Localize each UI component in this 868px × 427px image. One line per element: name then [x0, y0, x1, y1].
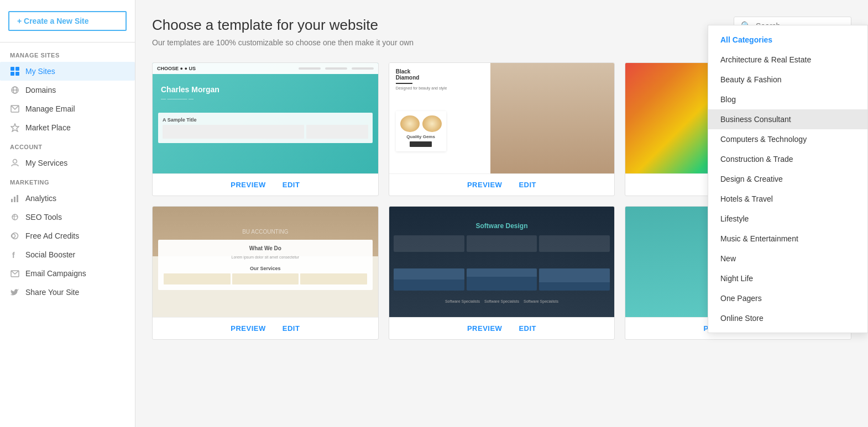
- sidebar-item-my-services-label: My Services: [25, 159, 67, 167]
- star-icon: [10, 123, 20, 133]
- category-item-architecture[interactable]: Architecture & Real Estate: [708, 50, 867, 70]
- svg-marker-8: [11, 124, 19, 131]
- category-item-hotels[interactable]: Hotels & Travel: [708, 189, 867, 209]
- template-card-1: CHOOSE ● ● US Charles Morgan — ———— — A …: [152, 62, 379, 196]
- account-label: ACCOUNT: [0, 137, 135, 154]
- person-icon: [10, 158, 20, 168]
- sidebar-item-my-services[interactable]: My Services: [0, 154, 135, 172]
- twitter-icon: [10, 287, 20, 297]
- template-1-actions: PREVIEW EDIT: [153, 173, 378, 196]
- sidebar-item-domains[interactable]: Domains: [0, 81, 135, 99]
- sidebar-item-manage-email-label: Manage Email: [25, 104, 75, 113]
- template-5-actions: PREVIEW EDIT: [389, 317, 615, 339]
- sidebar-item-market-place[interactable]: Market Place: [0, 118, 135, 137]
- svg-point-13: [12, 214, 18, 220]
- sidebar-item-market-place-label: Market Place: [25, 123, 71, 132]
- template-thumbnail-1: CHOOSE ● ● US Charles Morgan — ———— — A …: [153, 63, 378, 173]
- page-subtitle: Our templates are 100% customizable so c…: [152, 37, 414, 49]
- svg-rect-3: [15, 72, 19, 76]
- main-header-text: Choose a template for your website Our t…: [152, 17, 414, 49]
- sidebar-item-share-your-site[interactable]: Share Your Site: [0, 283, 135, 302]
- category-item-new[interactable]: New: [708, 249, 867, 268]
- category-item-beauty[interactable]: Beauty & Fashion: [708, 70, 867, 89]
- ad-credits-icon: [10, 231, 20, 241]
- category-item-construction[interactable]: Construction & Trade: [708, 149, 867, 169]
- category-item-nightlife[interactable]: Night Life: [708, 268, 867, 288]
- sidebar-item-free-ad-credits[interactable]: Free Ad Credits: [0, 226, 135, 245]
- sidebar-item-free-ad-credits-label: Free Ad Credits: [25, 231, 79, 240]
- template-card-5: Software Design: [389, 206, 615, 340]
- svg-point-9: [13, 160, 17, 164]
- facebook-icon: f: [10, 250, 20, 260]
- template-thumbnail-2: BlackDiamond Designed for beauty and sty…: [389, 63, 615, 173]
- svg-rect-2: [11, 72, 14, 76]
- email-icon: [10, 104, 20, 114]
- category-item-onlinestore[interactable]: Online Store: [708, 308, 867, 328]
- sidebar-item-seo-tools-label: SEO Tools: [25, 213, 62, 222]
- sidebar-item-email-campaigns[interactable]: Email Campaigns: [0, 264, 135, 283]
- category-item-business[interactable]: Business Consultant: [708, 109, 867, 129]
- template-5-edit-button[interactable]: EDIT: [519, 324, 536, 333]
- sidebar-item-seo-tools[interactable]: SEO Tools: [0, 208, 135, 226]
- sidebar-item-my-sites-label: My Sites: [25, 67, 55, 76]
- template-2-edit-button[interactable]: EDIT: [519, 181, 536, 189]
- category-item-blog[interactable]: Blog: [708, 89, 867, 109]
- svg-rect-0: [11, 67, 14, 71]
- sidebar-item-email-campaigns-label: Email Campaigns: [25, 269, 86, 278]
- template-thumbnail-4: BU ACCOUNTING What We Do Lorem ipsum dol…: [153, 207, 378, 317]
- template-card-2: BlackDiamond Designed for beauty and sty…: [389, 62, 615, 196]
- sidebar-item-analytics[interactable]: Analytics: [0, 189, 135, 208]
- category-item-computers[interactable]: Computers & Technology: [708, 129, 867, 149]
- svg-rect-11: [14, 197, 15, 202]
- sidebar-item-my-sites[interactable]: My Sites: [0, 62, 135, 81]
- svg-text:f: f: [12, 251, 15, 259]
- svg-rect-1: [15, 67, 19, 71]
- category-item-onepagers[interactable]: One Pagers: [708, 288, 867, 308]
- marketing-label: MARKETING: [0, 172, 135, 189]
- template-card-4: BU ACCOUNTING What We Do Lorem ipsum dol…: [152, 206, 379, 340]
- sidebar-item-share-your-site-label: Share Your Site: [25, 288, 79, 297]
- template-2-preview-button[interactable]: PREVIEW: [467, 181, 502, 189]
- email-campaigns-icon: [10, 268, 20, 278]
- template-4-edit-button[interactable]: EDIT: [283, 324, 300, 333]
- sidebar-item-domains-label: Domains: [25, 86, 56, 94]
- category-item-design[interactable]: Design & Creative: [708, 169, 867, 189]
- category-item-lifestyle[interactable]: Lifestyle: [708, 209, 867, 229]
- page-title: Choose a template for your website: [152, 17, 414, 34]
- create-new-site-button[interactable]: + Create a New Site: [8, 11, 127, 31]
- svg-rect-10: [11, 199, 13, 202]
- software-mock-title: Software Design: [394, 222, 610, 230]
- template-4-preview-button[interactable]: PREVIEW: [231, 324, 265, 333]
- category-dropdown: All Categories Architecture & Real Estat…: [708, 25, 868, 333]
- svg-rect-12: [17, 195, 18, 202]
- category-item-all[interactable]: All Categories: [708, 30, 867, 50]
- sidebar-item-analytics-label: Analytics: [25, 194, 56, 203]
- template-4-actions: PREVIEW EDIT: [153, 317, 378, 339]
- sidebar-item-manage-email[interactable]: Manage Email: [0, 99, 135, 118]
- manage-sites-label: MANAGE SITES: [0, 45, 135, 62]
- template-1-edit-button[interactable]: EDIT: [283, 181, 300, 189]
- template-5-preview-button[interactable]: PREVIEW: [467, 324, 502, 333]
- category-item-music[interactable]: Music & Entertainment: [708, 229, 867, 249]
- sidebar-item-social-booster[interactable]: f Social Booster: [0, 245, 135, 264]
- sidebar-divider-1: [0, 42, 135, 43]
- sidebar: + Create a New Site MANAGE SITES My Site…: [0, 0, 135, 427]
- seo-icon: [10, 212, 20, 222]
- template-2-actions: PREVIEW EDIT: [389, 173, 615, 196]
- grid-icon: [10, 66, 20, 76]
- analytics-icon: [10, 193, 20, 203]
- template-thumbnail-5: Software Design: [389, 207, 615, 317]
- template-1-preview-button[interactable]: PREVIEW: [231, 181, 265, 189]
- globe-icon: [10, 85, 20, 95]
- sidebar-item-social-booster-label: Social Booster: [25, 250, 75, 259]
